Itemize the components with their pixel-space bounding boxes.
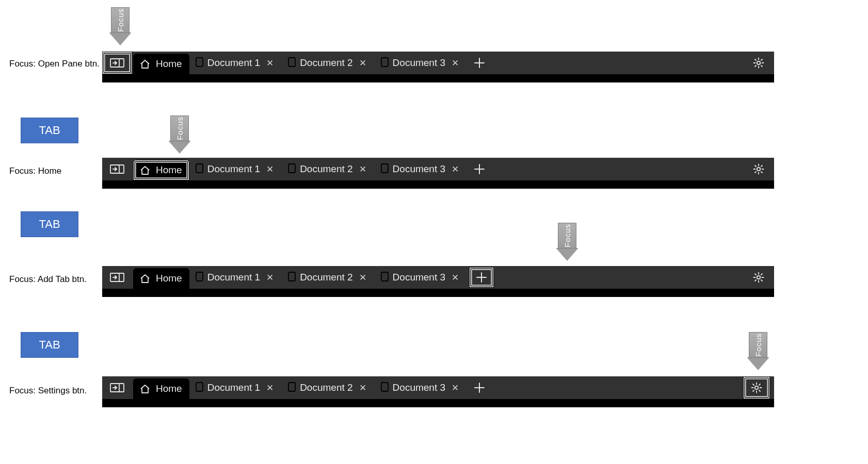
close-tab-button[interactable]: ✕ (356, 162, 369, 176)
open-pane-button[interactable] (102, 376, 132, 399)
close-tab-button[interactable]: ✕ (448, 56, 462, 70)
home-icon (139, 384, 151, 394)
document-icon (287, 271, 297, 284)
tab-label: Document 1 (207, 163, 260, 175)
settings-button[interactable] (747, 158, 770, 180)
open-pane-icon (110, 163, 124, 175)
tab-label: Document 2 (300, 163, 352, 175)
tab-label: Home (156, 383, 182, 394)
tab-label: Document 1 (207, 272, 260, 283)
close-tab-button[interactable]: ✕ (448, 271, 462, 284)
tab-document[interactable]: Document 1 ✕ (189, 381, 282, 394)
close-tab-button[interactable]: ✕ (356, 56, 369, 70)
close-tab-button[interactable]: ✕ (356, 271, 369, 284)
tab-home[interactable]: Home (133, 268, 189, 289)
gear-icon (752, 163, 765, 175)
close-tab-button[interactable]: ✕ (263, 56, 277, 70)
open-pane-icon (110, 272, 124, 283)
add-tab-button[interactable] (469, 267, 494, 288)
tab-bar: Home Document 1 ✕ Document 2 ✕ Document … (102, 158, 774, 189)
focus-arrow-label: Focus (563, 224, 572, 247)
plus-icon (474, 163, 485, 175)
open-pane-button[interactable] (102, 266, 132, 289)
add-tab-button[interactable] (469, 159, 490, 179)
gear-icon (750, 382, 763, 394)
tab-bar: Home Document 1 ✕ Document 2 ✕ Document … (102, 266, 774, 297)
tab-label: Document 2 (300, 382, 352, 393)
tab-label: Document 1 (207, 57, 260, 69)
tab-key-badge: TAB (21, 332, 78, 358)
open-pane-button[interactable] (102, 52, 132, 74)
tab-label: Home (156, 273, 182, 284)
document-icon (287, 382, 297, 394)
focus-arrow-label: Focus (754, 333, 763, 357)
tab-home[interactable]: Home (133, 160, 189, 180)
focus-arrow: Focus (747, 332, 769, 370)
close-tab-button[interactable]: ✕ (448, 162, 462, 176)
close-tab-button[interactable]: ✕ (263, 162, 277, 176)
settings-button[interactable] (747, 266, 770, 289)
tab-document[interactable]: Document 2 ✕ (282, 381, 374, 394)
tab-label: Home (156, 164, 182, 176)
tab-document[interactable]: Document 3 ✕ (375, 271, 467, 284)
close-tab-button[interactable]: ✕ (448, 381, 462, 394)
tab-label: Document 3 (393, 163, 445, 175)
add-tab-button[interactable] (469, 377, 490, 398)
document-icon (195, 271, 204, 284)
open-pane-icon (110, 382, 124, 393)
tab-bar: Home Document 1 ✕ Document 2 ✕ Document … (102, 52, 774, 82)
tab-document[interactable]: Document 1 ✕ (189, 271, 282, 284)
document-icon (380, 163, 390, 176)
tab-key-badge: TAB (21, 211, 78, 237)
close-tab-button[interactable]: ✕ (263, 381, 277, 394)
document-icon (287, 163, 297, 176)
focus-arrow: Focus (169, 115, 190, 154)
tab-document[interactable]: Document 3 ✕ (375, 162, 467, 176)
plus-icon (476, 272, 487, 283)
tab-home[interactable]: Home (133, 54, 189, 74)
document-icon (380, 57, 390, 70)
document-icon (287, 57, 297, 70)
state-caption: Focus: Open Pane btn. (9, 59, 100, 69)
document-icon (195, 382, 204, 394)
tab-document[interactable]: Document 2 ✕ (282, 162, 374, 176)
open-pane-button[interactable] (102, 158, 132, 180)
tab-label: Document 3 (393, 272, 445, 283)
home-icon (139, 273, 151, 284)
tab-label: Document 2 (300, 272, 352, 283)
tab-label: Document 3 (393, 382, 445, 393)
focus-arrow-label: Focus (116, 8, 125, 32)
add-tab-button[interactable] (469, 53, 490, 73)
tab-key-badge: TAB (21, 118, 78, 143)
settings-button[interactable] (747, 52, 770, 74)
focus-arrow: Focus (556, 223, 578, 261)
home-icon (139, 165, 151, 176)
tab-label: Home (156, 58, 182, 70)
tab-document[interactable]: Document 2 ✕ (282, 56, 374, 70)
plus-icon (474, 57, 485, 69)
settings-button[interactable] (743, 376, 770, 399)
tab-label: Document 3 (393, 57, 445, 69)
tab-home[interactable]: Home (133, 378, 189, 399)
document-icon (380, 382, 390, 394)
focus-arrow: Focus (109, 7, 131, 45)
tab-document[interactable]: Document 2 ✕ (282, 271, 374, 284)
open-pane-icon (110, 57, 124, 69)
document-icon (195, 163, 204, 176)
tab-document[interactable]: Document 1 ✕ (189, 56, 282, 70)
tab-label: Document 2 (300, 57, 352, 69)
gear-icon (752, 57, 765, 69)
close-tab-button[interactable]: ✕ (263, 271, 277, 284)
tab-document[interactable]: Document 1 ✕ (189, 162, 282, 176)
tab-document[interactable]: Document 3 ✕ (375, 56, 467, 70)
home-icon (139, 59, 151, 70)
gear-icon (752, 271, 765, 284)
focus-arrow-label: Focus (175, 117, 184, 140)
state-caption: Focus: Add Tab btn. (9, 274, 87, 285)
state-caption: Focus: Settings btn. (9, 386, 87, 396)
plus-icon (474, 382, 485, 393)
close-tab-button[interactable]: ✕ (356, 381, 369, 394)
state-caption: Focus: Home (9, 166, 61, 176)
tab-document[interactable]: Document 3 ✕ (375, 381, 467, 394)
document-icon (380, 271, 390, 284)
